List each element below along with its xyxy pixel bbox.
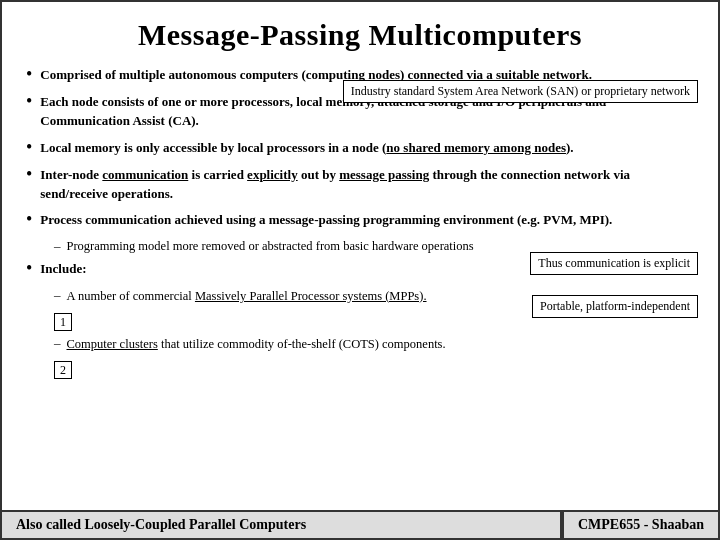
bullet-dot-1: • bbox=[26, 64, 32, 85]
num-box-2: 2 bbox=[54, 361, 72, 379]
bullet-item-5: • Process communication achieved using a… bbox=[26, 211, 694, 230]
bullet-item-4: • Inter-node communication is carried ex… bbox=[26, 166, 694, 204]
tooltip-san: Industry standard System Area Network (S… bbox=[343, 80, 698, 103]
bullet-text-3: Local memory is only accessible by local… bbox=[40, 139, 573, 158]
bullet-text-5: Process communication achieved using a m… bbox=[40, 211, 612, 230]
dash-num-2: – Computer clusters that utilize commodi… bbox=[54, 335, 446, 353]
bullet-dot-3: • bbox=[26, 137, 32, 158]
bottom-bar: Also called Loosely-Coupled Parallel Com… bbox=[2, 510, 718, 538]
dash-n1: – bbox=[54, 287, 61, 303]
bullet-text-6: Include: bbox=[40, 260, 86, 279]
bullet-text-4: Inter-node communication is carried expl… bbox=[40, 166, 694, 204]
dash-n2: – bbox=[54, 335, 61, 351]
bullet-dot-6: • bbox=[26, 258, 32, 279]
bullet-dot-2: • bbox=[26, 91, 32, 112]
slide-title: Message-Passing Multicomputers bbox=[26, 18, 694, 52]
bottom-right-label: CMPE655 - Shaaban bbox=[562, 512, 718, 538]
bottom-left-label: Also called Loosely-Coupled Parallel Com… bbox=[2, 512, 562, 538]
numbered-text-1: A number of commercial Massively Paralle… bbox=[67, 287, 427, 305]
bullet-item-3: • Local memory is only accessible by loc… bbox=[26, 139, 694, 158]
tooltip-explicit: Thus communication is explicit bbox=[530, 252, 698, 275]
subitem-text-5: Programming model more removed or abstra… bbox=[67, 238, 474, 256]
dash-5: – bbox=[54, 238, 61, 254]
bullet-dot-4: • bbox=[26, 164, 32, 185]
numbered-text-2: Computer clusters that utilize commodity… bbox=[67, 335, 446, 353]
tooltip-portable: Portable, platform-independent bbox=[532, 295, 698, 318]
numbered-row-2: – Computer clusters that utilize commodi… bbox=[54, 335, 694, 357]
dash-num-1: – A number of commercial Massively Paral… bbox=[54, 287, 427, 305]
num-box-row-2: 2 bbox=[54, 360, 694, 379]
bullet-dot-5: • bbox=[26, 209, 32, 230]
slide: Message-Passing Multicomputers • Compris… bbox=[0, 0, 720, 540]
num-box-1: 1 bbox=[54, 313, 72, 331]
